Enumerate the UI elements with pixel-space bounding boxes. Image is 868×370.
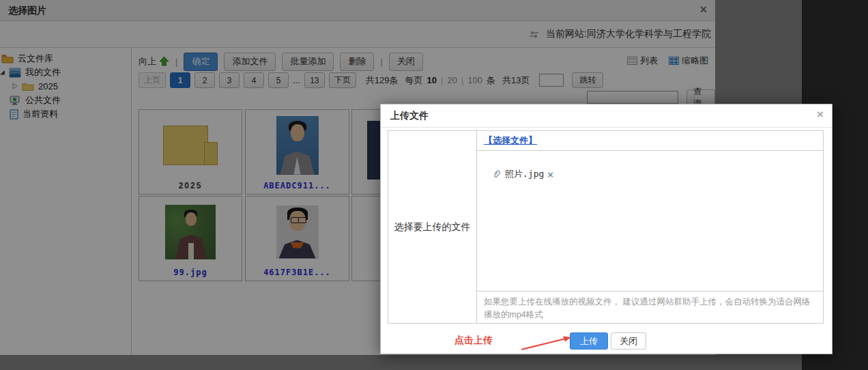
upload-dialog-close-icon[interactable]: × — [817, 108, 824, 122]
click-upload-hint: 点击上传 — [454, 335, 493, 347]
annotation-arrow-icon — [519, 334, 574, 352]
paperclip-icon — [492, 169, 502, 179]
upload-close-button[interactable]: 关闭 — [611, 332, 646, 350]
file-name: 照片.jpg — [505, 168, 544, 180]
upload-dialog-title: 上传文件 — [390, 110, 429, 122]
file-entry: 照片.jpg × — [492, 168, 823, 180]
upload-dialog: 上传文件 × 选择要上传的文件 【选择文件】 照片.jpg — [380, 104, 833, 354]
upload-dialog-titlebar: 上传文件 × — [381, 104, 832, 128]
selected-files-area: 照片.jpg × — [477, 151, 823, 291]
upload-button[interactable]: 上传 — [570, 332, 608, 350]
choose-file-row: 【选择文件】 — [477, 131, 823, 151]
remove-file-icon[interactable]: × — [547, 170, 553, 179]
upload-form-table: 选择要上传的文件 【选择文件】 照片.jpg × — [388, 130, 824, 324]
upload-note: 如果您要上传在线播放的视频文件， 建议通过网站群助手上传，会自动转换为适合网络播… — [477, 291, 823, 323]
upload-row-label: 选择要上传的文件 — [388, 131, 477, 323]
screen: 选择图片 × 当前网站:同济大学化学科学与工程学院 云文件库 — [0, 0, 868, 370]
choose-file-link[interactable]: 【选择文件】 — [484, 134, 537, 147]
